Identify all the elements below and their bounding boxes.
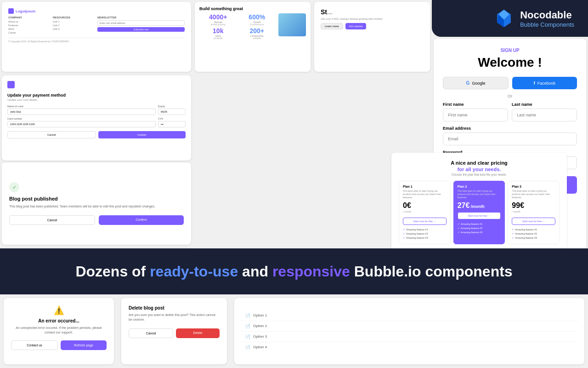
footer-company-col: COMPANY About us Features Work Career xyxy=(8,16,51,35)
dropdown-option-3[interactable]: 📄 Option 3 xyxy=(241,332,578,342)
refresh-page-button[interactable]: Refresh page xyxy=(61,340,107,350)
dropdown-option-1-label: Option 1 xyxy=(253,313,267,317)
pricing-title: A nice and clear pricing xyxy=(399,160,560,166)
google-icon: G xyxy=(466,80,470,86)
blog-check-icon: ✓ xyxy=(9,182,19,192)
delete-component-card: Delete blog post Are you sure you want t… xyxy=(121,298,227,364)
plan-1-period: / month xyxy=(403,210,447,213)
dropdown-option-1[interactable]: 📄 Option 1 xyxy=(241,310,578,321)
blog-cancel-button[interactable]: Cancel xyxy=(9,215,95,225)
plans-grid: Plan 1 The best plan to start trying our… xyxy=(399,181,560,244)
plan-1-button[interactable]: Start now for free → xyxy=(403,218,447,225)
facebook-signin-button[interactable]: f Facebook xyxy=(512,77,577,89)
stat-3-sub: worldwide xyxy=(199,37,237,40)
plan-2: Plan 2 The best plan to start trying our… xyxy=(453,181,505,244)
dropdown-option-3-label: Option 3 xyxy=(253,334,267,339)
check-icon: ✓ xyxy=(458,222,460,225)
plan-1: Plan 1 The best plan to start trying our… xyxy=(399,181,451,244)
plan-3-price: 99€ xyxy=(512,201,555,210)
nav-logo: Nocodable Bubble Components xyxy=(493,8,574,29)
email-label: Email address xyxy=(443,126,577,131)
plan-3-feature-2: ✓Amazing feature #2 xyxy=(512,232,555,235)
plan-2-feature-3: ✓Amazing feature #3 xyxy=(458,230,501,234)
last-name-label: Last name xyxy=(512,102,577,107)
delete-title: Delete blog post xyxy=(129,305,220,310)
banner-text-mid: and xyxy=(238,263,272,280)
plan-3-period: / month xyxy=(512,210,555,213)
pricing-title-text: A nice and clear pricing xyxy=(451,160,508,166)
plan-2-button[interactable]: Start now for free → xyxy=(458,212,501,219)
facebook-icon: f xyxy=(534,81,535,86)
or-divider: Or xyxy=(443,94,577,98)
plan-1-name: Plan 1 xyxy=(403,185,447,188)
banner-text: Dozens of ready-to-use and responsive Bu… xyxy=(75,263,512,280)
stat-2-number: 600% xyxy=(238,13,276,21)
payment-card-input[interactable] xyxy=(7,121,156,127)
blog-confirm-button[interactable]: Confirm xyxy=(99,215,184,225)
plan-3: Plan 3 The best plan to start trying our… xyxy=(508,181,560,244)
delete-cancel-button[interactable]: Cancel xyxy=(129,328,173,338)
plan-1-price: 0€ xyxy=(403,201,447,210)
dropdown-option-2[interactable]: 📄 Option 2 xyxy=(241,321,578,332)
plan-3-button[interactable]: Start now for free → xyxy=(512,218,555,225)
footer-link2: Link 2 xyxy=(53,24,96,27)
contact-us-button[interactable]: Contact us xyxy=(11,340,58,350)
footer-company-title: COMPANY xyxy=(8,16,51,19)
newsletter-input[interactable] xyxy=(97,20,185,26)
footer-copyright: © Copyright 2023. All Rights Reserved by… xyxy=(8,38,185,43)
dropdown-option-4[interactable]: 📄 Option 4 xyxy=(241,342,578,352)
payment-expiry-input[interactable] xyxy=(158,109,186,115)
footer-features: Features xyxy=(8,24,51,27)
payment-cvv-input[interactable] xyxy=(158,121,186,127)
pricing-sub: Choose the plan that best fits your need… xyxy=(399,173,560,176)
hero-start-button[interactable]: Get started xyxy=(345,23,367,29)
email-group: Email address xyxy=(443,126,577,145)
banner-highlight-1: ready-to-use xyxy=(150,263,238,280)
payment-name-row: Name on card Expiry xyxy=(7,105,186,115)
plan-1-feature-1: ✓Amazing feature #1 xyxy=(403,228,447,231)
stat-3: 10k Users worldwide xyxy=(199,27,237,40)
first-name-label: First name xyxy=(443,102,508,107)
stats-image xyxy=(278,13,306,36)
first-name-input[interactable] xyxy=(443,109,508,121)
payment-sub: Update your card details. xyxy=(7,98,186,101)
top-navigation: Nocodable Bubble Components xyxy=(432,0,588,37)
error-desc: An unexpected error occured. If the prob… xyxy=(11,326,107,335)
payment-blog-column: Update your payment method Update your c… xyxy=(0,74,193,247)
stat-1-number: 4000+ xyxy=(199,13,237,21)
footer-career: Career xyxy=(8,31,51,34)
nav-title: Nocodable xyxy=(520,9,574,21)
plan-3-feature-1: ✓Amazing feature #1 xyxy=(512,228,555,231)
plan-3-desc: The best plan to start trying our produc… xyxy=(512,190,555,199)
footer-link1: Link 1 xyxy=(53,20,96,23)
payment-card-label: Card number xyxy=(7,117,156,120)
last-name-input[interactable] xyxy=(512,109,577,121)
plan-2-price: 27€ /month xyxy=(458,201,501,210)
stat-1-sub: already growing xyxy=(199,23,237,26)
payment-cancel-button[interactable]: Cancel xyxy=(7,131,96,138)
name-row: First name Last name xyxy=(443,102,577,121)
signup-title: Welcome ! xyxy=(443,55,577,70)
stat-2: 600% Growth in performance xyxy=(238,13,276,26)
blog-published-desc: This blog post has been published. Team … xyxy=(9,204,184,209)
newsletter-subscribe-button[interactable]: Subscribe now xyxy=(97,27,185,32)
dropdown-option-2-label: Option 2 xyxy=(253,324,267,328)
check-icon: ✓ xyxy=(512,228,514,231)
payment-name-input[interactable] xyxy=(7,109,156,115)
hero-learn-button[interactable]: Learn more xyxy=(321,23,343,29)
google-signin-button[interactable]: G Google xyxy=(443,77,509,89)
stats-grid: 4000+ Startups already growing 600% Grow… xyxy=(199,13,276,40)
email-input[interactable] xyxy=(443,132,577,145)
check-icon: ✓ xyxy=(458,226,460,230)
checkmark-icon: ✓ xyxy=(12,184,17,190)
delete-confirm-button[interactable]: Delete xyxy=(176,328,220,338)
dropdown-component-card: 📄 Option 1 📄 Option 2 📄 Option 3 📄 Optio… xyxy=(234,298,584,364)
document-icon: 📄 xyxy=(245,334,250,339)
footer-link3: Link 3 xyxy=(53,28,96,30)
nav-subtitle: Bubble Components xyxy=(520,21,574,28)
delete-desc: Are you sure you want to delete this pos… xyxy=(129,313,220,322)
pricing-highlight-text: for all your needs. xyxy=(458,167,501,172)
footer-newsletter-title: NEWSLETTER xyxy=(97,16,185,19)
blog-buttons: Cancel Confirm xyxy=(9,215,184,225)
payment-update-button[interactable]: Update xyxy=(98,131,186,138)
